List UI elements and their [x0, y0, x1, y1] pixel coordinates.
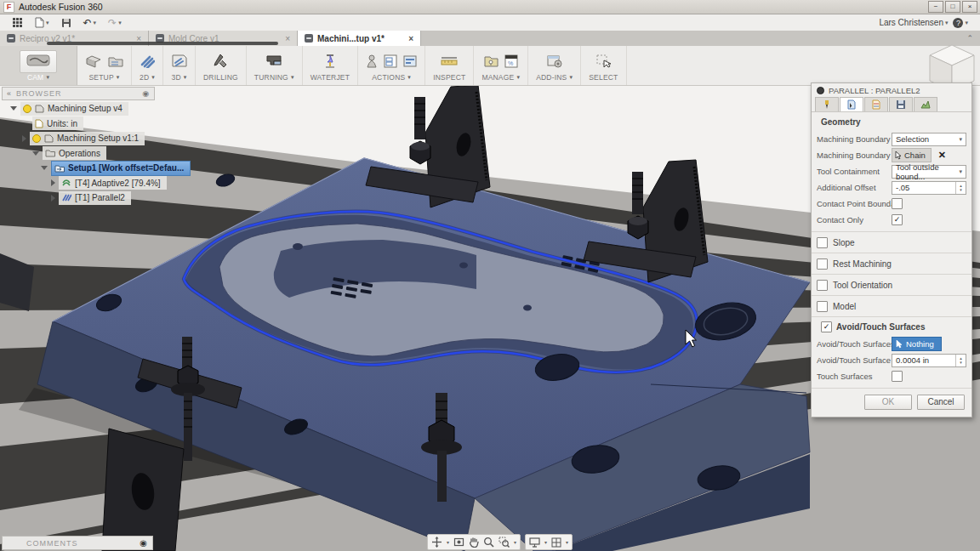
- browser-item-setup1[interactable]: Setup1 [Work offset=Defau...: [51, 161, 191, 176]
- ribbon-group-turning[interactable]: TURNING▾: [247, 46, 303, 85]
- visibility-bulb-icon[interactable]: [23, 105, 31, 113]
- display-settings-icon[interactable]: [529, 537, 540, 548]
- ribbon-group-drilling[interactable]: DRILLING: [196, 46, 247, 85]
- expander-icon[interactable]: [22, 135, 26, 142]
- minimize-button[interactable]: −: [928, 1, 943, 13]
- user-account-menu[interactable]: Lars Christensen ▾: [879, 18, 948, 27]
- dialog-tab-linking[interactable]: [914, 97, 937, 111]
- rest-machining-checkbox[interactable]: ✓: [817, 258, 828, 270]
- spinner-control[interactable]: ▴▾: [955, 355, 966, 366]
- undo-button[interactable]: ↶▾: [83, 17, 97, 29]
- browser-item-operations[interactable]: Operations: [43, 146, 106, 160]
- expander-icon[interactable]: [10, 106, 17, 111]
- ribbon-group-waterjet[interactable]: WATERJET: [303, 46, 358, 85]
- browser-item-parallel2[interactable]: [T1] Parallel2: [59, 191, 131, 205]
- contact-point-boundary-checkbox[interactable]: ✓: [892, 198, 903, 209]
- dialog-tab-heights[interactable]: [864, 97, 888, 111]
- avoid-clearance-input[interactable]: 0.0004 in ▴▾: [892, 354, 966, 367]
- ribbon-group-2d[interactable]: 2D▾: [132, 46, 163, 85]
- help-menu[interactable]: ? ▾: [953, 18, 968, 28]
- collapse-panel-icon[interactable]: «: [7, 89, 12, 98]
- ribbon-group-addins[interactable]: ADD-INS▾: [528, 46, 581, 85]
- ribbon-group-select[interactable]: SELECT: [581, 46, 626, 85]
- touch-surfaces-checkbox[interactable]: ✓: [892, 371, 903, 382]
- tab-close-icon[interactable]: ×: [408, 34, 413, 43]
- app-menu-button[interactable]: [12, 17, 23, 28]
- panel-options-icon[interactable]: ◉: [142, 89, 150, 98]
- maximize-button[interactable]: □: [945, 1, 960, 13]
- chevron-down-icon[interactable]: ▾: [566, 539, 568, 545]
- fit-zoom-icon[interactable]: [499, 537, 510, 548]
- tool-orientation-section[interactable]: ✓ Tool Orientation: [812, 274, 971, 295]
- machining-boundary-select[interactable]: Selection ▾: [892, 133, 966, 146]
- ribbon-group-setup[interactable]: SETUP▾: [77, 46, 132, 85]
- app-icon: F: [3, 2, 14, 13]
- select-cursor-icon: [896, 340, 903, 349]
- close-button[interactable]: ×: [962, 1, 977, 13]
- redo-button[interactable]: ↷▾: [108, 17, 122, 29]
- dialog-tab-geometry[interactable]: [840, 97, 863, 111]
- ribbon-group-inspect[interactable]: INSPECT: [425, 46, 474, 85]
- tab-close-icon[interactable]: ×: [285, 34, 290, 43]
- chevron-down-icon[interactable]: ▾: [544, 539, 547, 545]
- dialog-header[interactable]: PARALLEL : PARALLEL2: [812, 83, 971, 97]
- browser-header[interactable]: « BROWSER ◉: [2, 87, 155, 100]
- machining-time-icon: %: [504, 54, 518, 68]
- rest-machining-section[interactable]: ✓ Rest Machining: [812, 253, 971, 274]
- titlebar: F Autodesk Fusion 360 − □ ×: [0, 0, 980, 14]
- chain-selection-chip[interactable]: Chain: [892, 148, 932, 162]
- tool-orientation-checkbox[interactable]: ✓: [817, 280, 828, 291]
- orbit-icon[interactable]: [431, 537, 442, 548]
- tool-containment-select[interactable]: Tool outside bound... ▾: [892, 165, 966, 179]
- addins-icon: [547, 54, 562, 68]
- browser-item-machining-setup-v1[interactable]: Machining Setup v1:1: [30, 132, 145, 145]
- boundary-selection-row: Machining Boundary S... Chain ✕: [812, 147, 971, 163]
- model-checkbox[interactable]: ✓: [817, 301, 828, 312]
- browser-item-units[interactable]: Units: in: [32, 116, 83, 130]
- ribbon-group-3d[interactable]: 3D▾: [163, 46, 196, 85]
- fusion-doc-icon: [305, 34, 313, 43]
- dialog-tab-tool[interactable]: [815, 97, 839, 111]
- ok-button[interactable]: OK: [864, 395, 912, 410]
- cancel-button[interactable]: Cancel: [917, 395, 965, 410]
- chevron-down-icon[interactable]: ▾: [447, 539, 449, 545]
- grid-layout-icon[interactable]: [551, 537, 561, 548]
- clear-selection-icon[interactable]: ✕: [938, 150, 946, 161]
- avoid-touch-section-header[interactable]: ✓ Avoid/Touch Surfaces: [812, 316, 971, 336]
- expander-icon[interactable]: [51, 179, 55, 186]
- visibility-bulb-icon[interactable]: [32, 134, 41, 143]
- expander-icon[interactable]: [51, 195, 55, 202]
- tab-machining-setup[interactable]: Machini...tup v1* ×: [298, 31, 421, 46]
- look-at-icon[interactable]: [453, 537, 464, 547]
- geometry-section-header[interactable]: Geometry: [812, 112, 971, 131]
- spinner-control[interactable]: ▴▾: [955, 182, 966, 194]
- component-icon: [44, 133, 54, 143]
- ribbon-group-actions[interactable]: ACTIONS▾: [358, 46, 425, 85]
- zoom-icon[interactable]: [483, 537, 494, 548]
- redo-icon: ↷: [108, 17, 117, 29]
- help-icon: ?: [953, 18, 963, 28]
- workspace-selector-cam[interactable]: CAM▾: [0, 46, 77, 85]
- machining-boundary-row: Machining Boundary Selection ▾: [812, 131, 971, 147]
- comments-bar[interactable]: COMMENTS ◉: [2, 536, 153, 550]
- model-section[interactable]: ✓ Model: [812, 295, 971, 316]
- slope-checkbox[interactable]: ✓: [817, 237, 828, 248]
- dialog-tab-passes[interactable]: [889, 97, 913, 111]
- 3d-milling-icon: [171, 54, 187, 68]
- file-menu-button[interactable]: ▾: [35, 17, 49, 28]
- slope-section[interactable]: ✓ Slope: [812, 231, 971, 253]
- document-icon: [35, 119, 43, 128]
- ribbon-group-manage[interactable]: % MANAGE▾: [474, 46, 528, 85]
- additional-offset-input[interactable]: -.05 ▴▾: [892, 181, 966, 195]
- avoid-surfaces-nothing-chip[interactable]: Nothing: [892, 337, 942, 351]
- browser-item-machining-setup-v4[interactable]: Machining Setup v4: [20, 102, 128, 116]
- save-button[interactable]: [61, 18, 71, 28]
- chevron-down-icon[interactable]: ▾: [514, 539, 516, 545]
- pan-hand-icon[interactable]: [469, 537, 479, 548]
- expander-icon[interactable]: [41, 166, 48, 170]
- expand-comments-icon[interactable]: ◉: [140, 538, 148, 548]
- avoid-touch-checkbox[interactable]: ✓: [821, 321, 832, 332]
- expander-icon[interactable]: [32, 151, 39, 156]
- browser-item-adaptive2[interactable]: [T4] Adaptive2 [79.4%]: [59, 176, 167, 190]
- contact-only-checkbox[interactable]: ✓: [892, 214, 903, 225]
